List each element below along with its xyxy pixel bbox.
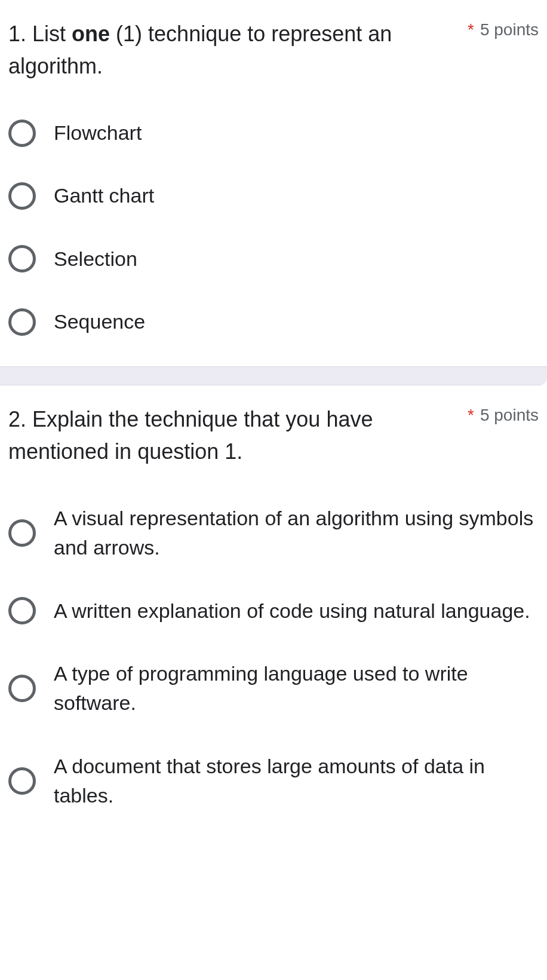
question-divider (0, 366, 547, 385)
option-label: A document that stores large amounts of … (54, 752, 539, 811)
option-written-explanation[interactable]: A written explanation of code using natu… (8, 596, 539, 626)
option-programming-language[interactable]: A type of programming language used to w… (8, 659, 539, 718)
question-2-number: 2. (8, 407, 26, 431)
option-sequence[interactable]: Sequence (8, 307, 539, 336)
question-2-options: A visual representation of an algorithm … (8, 504, 539, 810)
option-flowchart[interactable]: Flowchart (8, 118, 539, 148)
option-gantt-chart[interactable]: Gantt chart (8, 181, 539, 210)
points-label: 5 points (480, 20, 539, 39)
question-1-header: 1. List one (1) technique to represent a… (8, 18, 539, 82)
question-1-options: Flowchart Gantt chart Selection Sequence (8, 118, 539, 336)
question-1-points: * 5 points (468, 18, 539, 39)
option-visual-representation[interactable]: A visual representation of an algorithm … (8, 504, 539, 563)
option-label: Gantt chart (54, 181, 154, 210)
question-2: 2. Explain the technique that you have m… (0, 385, 547, 840)
required-star-icon: * (468, 22, 474, 38)
question-1-text-pre: List (32, 22, 72, 46)
option-label: Flowchart (54, 118, 142, 148)
question-1-text-bold: one (72, 22, 110, 46)
question-2-header: 2. Explain the technique that you have m… (8, 403, 539, 468)
option-label: Selection (54, 244, 137, 274)
option-label: A written explanation of code using natu… (54, 596, 530, 626)
question-2-points: * 5 points (468, 403, 539, 425)
points-label: 5 points (480, 406, 539, 425)
question-1-number: 1. (8, 22, 26, 46)
option-label: Sequence (54, 307, 145, 336)
radio-icon (8, 767, 36, 795)
radio-icon (8, 597, 36, 624)
radio-icon (8, 245, 36, 272)
option-label: A type of programming language used to w… (54, 659, 539, 718)
option-selection[interactable]: Selection (8, 244, 539, 274)
radio-icon (8, 675, 36, 702)
radio-icon (8, 182, 36, 210)
question-1-title: 1. List one (1) technique to represent a… (8, 18, 456, 82)
radio-icon (8, 308, 36, 336)
option-label: A visual representation of an algorithm … (54, 504, 539, 563)
radio-icon (8, 519, 36, 547)
question-2-text-pre: Explain the technique that you have ment… (8, 407, 373, 464)
question-2-title: 2. Explain the technique that you have m… (8, 403, 456, 468)
option-document-tables[interactable]: A document that stores large amounts of … (8, 752, 539, 811)
question-1: 1. List one (1) technique to represent a… (0, 0, 547, 366)
required-star-icon: * (468, 407, 474, 424)
radio-icon (8, 120, 36, 147)
